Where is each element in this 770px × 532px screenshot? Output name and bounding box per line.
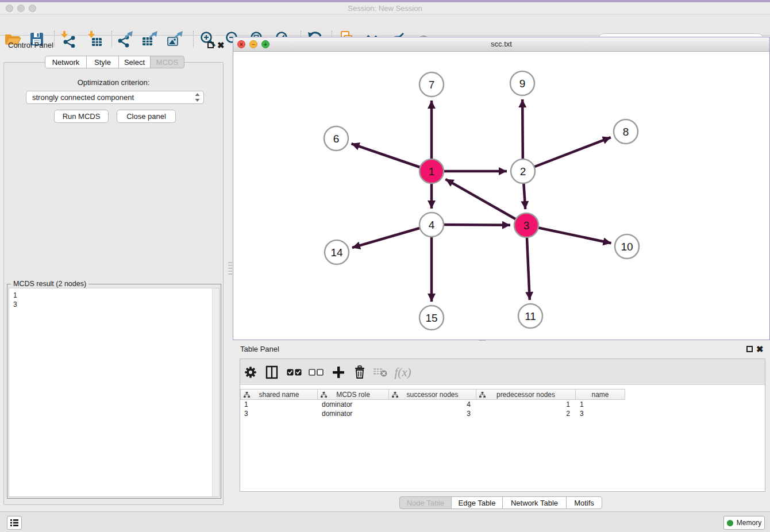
column-header-name[interactable]: name xyxy=(576,390,625,399)
cell-mcds-role[interactable]: dominator xyxy=(318,409,389,418)
graph-node-4[interactable]: 4 xyxy=(419,213,444,237)
table-row[interactable]: 1 dominator 4 1 1 xyxy=(240,400,625,409)
task-list-icon xyxy=(10,519,19,527)
mcds-result-groupbox: MCDS result (2 nodes) 1 3 xyxy=(7,284,221,499)
graph-node-1[interactable]: 1 xyxy=(419,159,444,183)
network-view-window: × − + scc.txt 1234678910111415 xyxy=(233,37,770,340)
table-panel-float-button[interactable] xyxy=(746,346,753,352)
cell-name[interactable]: 3 xyxy=(576,409,625,418)
table-settings-gear-icon[interactable] xyxy=(242,364,259,380)
export-table-icon[interactable] xyxy=(140,29,160,49)
tab-motifs[interactable]: Motifs xyxy=(566,496,602,509)
network-window-titlebar[interactable]: × − + scc.txt xyxy=(233,37,769,52)
zoom-window-button[interactable] xyxy=(29,5,36,12)
graph-node-3[interactable]: 3 xyxy=(514,213,538,237)
deselect-all-columns-icon[interactable] xyxy=(307,364,325,380)
cell-predecessor-nodes[interactable]: 1 xyxy=(476,400,576,409)
graph-node-label: 7 xyxy=(429,79,435,91)
show-columns-icon[interactable] xyxy=(263,364,280,380)
import-network-icon[interactable] xyxy=(58,29,78,49)
panel-splitter-grip[interactable] xyxy=(228,262,232,276)
cell-shared-name[interactable]: 1 xyxy=(240,400,318,409)
graph-node-10[interactable]: 10 xyxy=(615,234,639,259)
mcds-result-line: 1 xyxy=(13,291,219,300)
table-panel-title: Table Panel xyxy=(240,345,279,353)
close-panel-button[interactable]: Close panel xyxy=(117,110,176,123)
table-row[interactable]: 3 dominator 3 2 3 xyxy=(240,409,625,418)
cell-mcds-role[interactable]: dominator xyxy=(318,400,389,409)
column-header-mcds-role[interactable]: MCDS role xyxy=(318,390,389,399)
graph-edge-3-1[interactable] xyxy=(445,179,526,225)
optimization-criterion-label: Optimization criterion: xyxy=(3,78,224,87)
column-header-predecessor-nodes[interactable]: predecessor nodes xyxy=(476,390,576,399)
mcds-result-title: MCDS result (2 nodes) xyxy=(11,280,88,288)
graph-node-label: 10 xyxy=(621,241,633,253)
task-history-button[interactable] xyxy=(7,516,22,530)
graph-node-7[interactable]: 7 xyxy=(419,72,444,97)
export-network-icon[interactable] xyxy=(116,29,135,49)
cell-successor-nodes[interactable]: 3 xyxy=(389,409,476,418)
column-type-icon xyxy=(244,392,250,400)
tab-edge-table[interactable]: Edge Table xyxy=(451,496,503,509)
graph-node-2[interactable]: 2 xyxy=(511,159,535,183)
network-minimize-button[interactable]: − xyxy=(249,40,257,48)
select-all-columns-icon[interactable] xyxy=(286,364,303,380)
delete-table-icon[interactable] xyxy=(372,364,389,380)
memory-button[interactable]: Memory xyxy=(723,516,765,530)
column-type-icon xyxy=(479,392,486,400)
tab-network-table[interactable]: Network Table xyxy=(502,496,567,509)
criterion-dropdown-value: strongly connected component xyxy=(32,93,134,102)
graph-node-6[interactable]: 6 xyxy=(324,126,348,151)
minimize-window-button[interactable] xyxy=(17,5,25,12)
tab-select[interactable]: Select xyxy=(118,56,151,68)
run-mcds-button[interactable]: Run MCDS xyxy=(54,110,109,123)
node-table: f(x) shared name MCDS role successor nod… xyxy=(240,358,765,492)
graph-edge-2-8[interactable] xyxy=(523,137,611,171)
mcds-result-textarea[interactable]: 1 3 xyxy=(9,288,220,497)
create-column-icon[interactable] xyxy=(330,364,347,380)
graph-node-label: 2 xyxy=(520,165,526,178)
export-image-icon[interactable] xyxy=(165,29,185,49)
mcds-result-line: 3 xyxy=(13,300,219,309)
network-window-title: scc.txt xyxy=(233,37,769,51)
graph-node-label: 15 xyxy=(425,312,437,324)
cell-name[interactable]: 1 xyxy=(576,400,625,409)
import-table-icon[interactable] xyxy=(85,29,105,49)
table-panel-close-button[interactable]: ✖ xyxy=(756,345,764,353)
delete-column-trash-icon[interactable] xyxy=(351,364,368,380)
cell-successor-nodes[interactable]: 4 xyxy=(389,400,476,409)
graph-edge-3-10[interactable] xyxy=(526,225,611,243)
network-maximize-button[interactable]: + xyxy=(261,40,270,48)
control-panel-close-button[interactable]: ✖ xyxy=(217,41,225,49)
status-bar: Memory xyxy=(0,511,770,532)
table-toolbar: f(x) xyxy=(240,359,765,385)
column-header-successor-nodes[interactable]: successor nodes xyxy=(389,390,476,399)
tab-network[interactable]: Network xyxy=(45,56,87,68)
graph-node-8[interactable]: 8 xyxy=(614,119,638,144)
memory-status-dot xyxy=(727,520,733,526)
control-panel-float-button[interactable] xyxy=(207,42,214,48)
graph-node-9[interactable]: 9 xyxy=(510,71,534,95)
column-header-shared-name[interactable]: shared name xyxy=(240,390,318,399)
tab-style[interactable]: Style xyxy=(86,56,119,68)
tab-mcds[interactable]: MCDS xyxy=(150,56,184,68)
tab-node-table[interactable]: Node Table xyxy=(399,496,452,509)
result-scrollbar[interactable] xyxy=(212,288,219,496)
function-builder-icon[interactable]: f(x) xyxy=(394,364,411,380)
network-close-button[interactable]: × xyxy=(237,40,245,48)
titlebar[interactable]: Session: New Session xyxy=(0,2,770,14)
close-window-button[interactable] xyxy=(6,5,13,12)
graph-node-label: 8 xyxy=(623,126,629,138)
dropdown-stepper-icon xyxy=(195,93,200,102)
application-window: Session: New Session xyxy=(0,0,770,532)
column-type-icon xyxy=(321,392,327,400)
network-canvas[interactable]: 1234678910111415 xyxy=(233,52,769,340)
graph-node-14[interactable]: 14 xyxy=(325,240,349,264)
cell-shared-name[interactable]: 3 xyxy=(240,409,318,418)
graph-node-label: 9 xyxy=(519,78,526,90)
criterion-dropdown[interactable]: strongly connected component xyxy=(26,91,204,104)
graph-node-15[interactable]: 15 xyxy=(419,306,444,330)
cell-predecessor-nodes[interactable]: 2 xyxy=(476,409,576,418)
table-header-row: shared name MCDS role successor nodes pr… xyxy=(240,389,625,400)
graph-node-11[interactable]: 11 xyxy=(518,304,542,328)
